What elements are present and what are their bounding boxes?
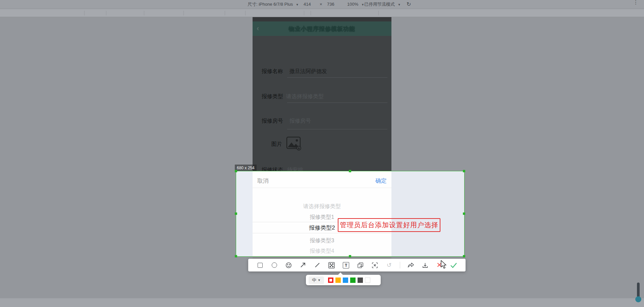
resize-handle-top-left[interactable]	[235, 170, 237, 172]
color-swatch-blue[interactable]	[343, 278, 348, 283]
selection-size-indicator: 680 x 254	[235, 165, 257, 171]
selection-page-background	[391, 171, 464, 256]
viewport-height-field[interactable]: 736	[327, 0, 334, 9]
device-select[interactable]: 尺寸: iPhone 6/7/8 Plus ▼	[248, 0, 299, 9]
popup-caret	[338, 272, 343, 277]
field-underline	[287, 129, 387, 129]
picker-confirm-button[interactable]: 确定	[375, 177, 387, 185]
bottom-strip	[0, 298, 644, 307]
share-icon[interactable]	[407, 261, 415, 269]
download-icon[interactable]	[421, 261, 429, 269]
text-style-popup: 中 ▼	[306, 275, 381, 285]
field-label-image: 图片	[253, 141, 282, 148]
devtools-menu-icon[interactable]: ⋮	[633, 1, 638, 3]
field-label-room-number: 报修房号	[253, 118, 283, 125]
picker-cancel-button[interactable]: 取消	[257, 177, 269, 185]
chevron-down-icon: ▼	[361, 3, 364, 6]
color-swatch-green[interactable]	[350, 278, 356, 283]
repair-type-select[interactable]: 请选择报修类型	[286, 93, 324, 100]
ocr-scan-tool-icon[interactable]	[371, 261, 378, 269]
duplicate-tool-icon[interactable]	[357, 261, 364, 269]
undo-icon[interactable]: ↺	[385, 261, 393, 269]
divider	[253, 188, 391, 188]
chevron-down-icon: ▼	[318, 279, 321, 282]
repair-name-input[interactable]: 撒旦法阿萨德发	[289, 68, 327, 75]
devtools-device-toolbar: 尺寸: iPhone 6/7/8 Plus ▼ 414 × 736 100% ▼…	[0, 0, 644, 9]
image-upload-icon[interactable]	[286, 136, 302, 152]
picker-option-4[interactable]: 报修类型4	[253, 248, 391, 255]
chevron-down-icon: ▼	[398, 3, 401, 6]
annotation-text: 管理员后台添加设置好用户选择	[340, 221, 438, 230]
zoom-level-label: 100%	[347, 2, 358, 7]
screen: 尺寸: iPhone 6/7/8 Plus ▼ 414 × 736 100% ▼…	[0, 0, 644, 307]
pen-tool-icon[interactable]	[314, 261, 321, 269]
color-swatches	[328, 278, 370, 283]
device-select-label: 尺寸: iPhone 6/7/8 Plus	[248, 2, 293, 7]
arrow-tool-icon[interactable]	[299, 261, 307, 269]
mini-program-navbar: ‹ 物业小程序报修模板功能	[253, 21, 391, 36]
field-label-repair-type: 报修类型	[253, 93, 283, 100]
resize-handle-bottom-mid[interactable]	[349, 255, 351, 257]
font-size-value: 中	[312, 277, 316, 283]
field-underline	[287, 77, 387, 78]
mouse-cursor	[440, 260, 448, 271]
rotate-device-icon[interactable]: ↻	[407, 0, 411, 9]
side-scrollbar-knob[interactable]	[635, 296, 641, 302]
throttle-label: 已停用节流模式	[364, 2, 395, 7]
room-number-input[interactable]: 报修房号	[289, 118, 311, 125]
mosaic-tool-icon[interactable]	[328, 261, 335, 269]
viewport-width-field[interactable]: 414	[304, 0, 311, 9]
resize-handle-right-mid[interactable]	[463, 212, 465, 215]
emoji-tool-icon[interactable]	[285, 261, 292, 269]
picker-option-placeholder[interactable]: 请选择报修类型	[253, 203, 391, 210]
field-label-repair-name: 报修名称	[253, 68, 283, 75]
color-swatch-yellow[interactable]	[335, 278, 341, 283]
text-annotation-box[interactable]: 管理员后台添加设置好用户选择	[338, 218, 440, 232]
rectangle-tool-icon[interactable]	[256, 261, 264, 269]
repair-type-picker: 取消 确定 请选择报修类型 报修类型1 报修类型2 报修类型3 报修类型4	[253, 171, 391, 256]
confirm-check-icon[interactable]	[450, 261, 458, 269]
repair-form: 报修名称 撒旦法阿萨德发 报修类型 请选择报修类型 报修房号 报修房号 图片	[253, 36, 391, 171]
color-swatch-red-selected[interactable]	[328, 278, 333, 283]
capture-toolbar: T ↺ ✕	[248, 259, 466, 271]
chevron-down-icon: ▼	[296, 3, 299, 6]
field-underline	[287, 103, 387, 103]
capture-selection[interactable]: 取消 确定 请选择报修类型 报修类型1 报修类型2 报修类型3 报修类型4	[236, 171, 464, 256]
picker-option-3[interactable]: 报修类型3	[253, 237, 391, 244]
ellipse-tool-icon[interactable]	[271, 261, 278, 269]
phone-status-strip	[253, 17, 391, 21]
text-tool-icon[interactable]: T	[342, 261, 350, 269]
devtools-secondary-bar	[0, 9, 644, 17]
color-swatch-white[interactable]	[365, 278, 370, 283]
resize-handle-bottom-right[interactable]	[463, 255, 465, 257]
resize-handle-bottom-left[interactable]	[235, 255, 237, 257]
resize-handle-top-mid[interactable]	[349, 170, 351, 172]
font-size-dropdown[interactable]: 中 ▼	[309, 277, 324, 284]
zoom-select[interactable]: 100% ▼	[347, 0, 364, 9]
picker-indicator-line	[253, 233, 391, 233]
toolbar-divider	[400, 262, 400, 268]
color-swatch-dark[interactable]	[358, 278, 363, 283]
page-title: 物业小程序报修模板功能	[253, 25, 391, 33]
resize-handle-top-right[interactable]	[463, 170, 465, 172]
resize-handle-left-mid[interactable]	[235, 212, 237, 215]
viewport-times-label: ×	[320, 0, 322, 9]
throttle-select[interactable]: 已停用节流模式 ▼	[364, 0, 401, 9]
